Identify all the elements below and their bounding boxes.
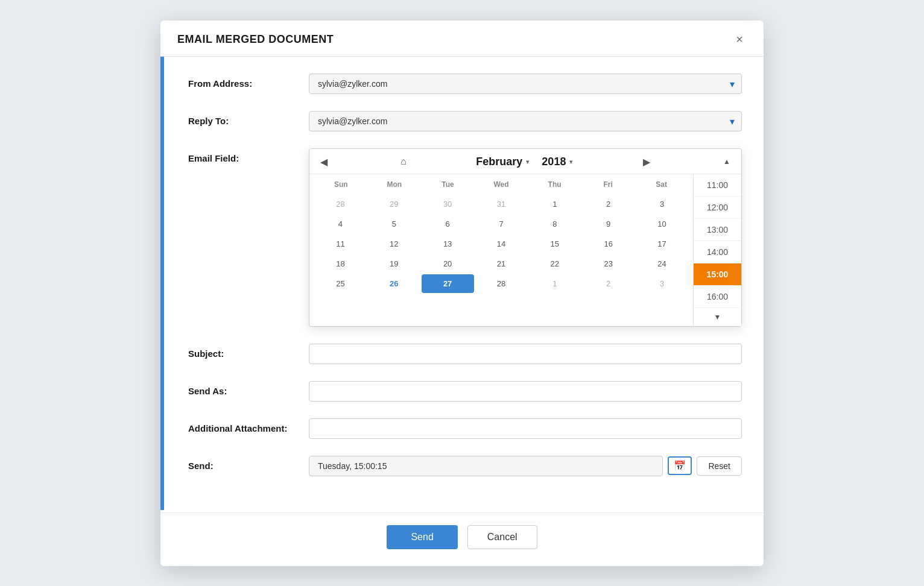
subject-control (309, 344, 742, 364)
calendar-body: Sun Mon Tue Wed Thu Fri Sat (309, 174, 741, 326)
from-address-select[interactable]: sylvia@zylker.com (309, 74, 742, 94)
calendar-day[interactable]: 31 (475, 195, 528, 213)
dialog-header: EMAIL MERGED DOCUMENT × (160, 20, 764, 57)
calendar-days-grid: 2829303112345678910111213141516171819202… (314, 195, 688, 293)
calendar-day[interactable]: 12 (368, 235, 420, 253)
dialog-title: EMAIL MERGED DOCUMENT (177, 33, 334, 46)
send-button[interactable]: Send (387, 525, 457, 549)
calendar-day[interactable]: 7 (475, 215, 528, 233)
calendar-day[interactable]: 10 (636, 215, 688, 233)
day-header-sat: Sat (634, 179, 688, 190)
calendar-day[interactable]: 18 (314, 254, 367, 273)
calendar-day[interactable]: 25 (314, 274, 367, 293)
calendar-day[interactable]: 13 (422, 235, 474, 253)
year-dropdown-arrow[interactable]: ▾ (569, 158, 573, 166)
calendar-day[interactable]: 3 (636, 274, 688, 293)
calendar-day[interactable]: 24 (636, 254, 688, 273)
time-item[interactable]: 15:00 (694, 263, 741, 286)
calendar-day[interactable]: 16 (582, 235, 634, 253)
calendar-day[interactable]: 6 (422, 215, 474, 233)
calendar-icon: 📅 (674, 460, 686, 471)
day-header-wed: Wed (475, 179, 528, 190)
reply-to-select-wrapper: sylvia@zylker.com (309, 111, 742, 131)
send-as-input[interactable] (309, 381, 742, 402)
home-icon: ⌂ (400, 156, 407, 166)
send-datetime-input[interactable] (309, 456, 663, 476)
calendar-day[interactable]: 22 (528, 254, 581, 273)
calendar-header: ◀ ⌂ February ▾ 2018 ▾ (309, 149, 741, 174)
calendar-day[interactable]: 3 (636, 195, 688, 213)
calendar-day[interactable]: 19 (368, 254, 420, 273)
day-header-fri: Fri (581, 179, 635, 190)
from-address-select-wrapper: sylvia@zylker.com (309, 74, 742, 94)
day-header-tue: Tue (421, 179, 475, 190)
additional-attachment-control (309, 418, 742, 439)
subject-label: Subject: (188, 344, 309, 359)
subject-input[interactable] (309, 344, 742, 364)
calendar-day[interactable]: 14 (475, 235, 528, 253)
calendar-day[interactable]: 2 (582, 274, 634, 293)
calendar-year: 2018 (542, 156, 566, 168)
calendar-day[interactable]: 21 (475, 254, 528, 273)
send-as-row: Send As: (188, 381, 742, 402)
dialog-footer: Send Cancel (160, 512, 764, 566)
send-field-label: Send: (188, 456, 309, 471)
from-address-row: From Address: sylvia@zylker.com (188, 74, 742, 94)
calendar-day[interactable]: 1 (528, 195, 581, 213)
calendar-day[interactable]: 11 (314, 235, 367, 253)
time-item[interactable]: 16:00 (694, 286, 741, 308)
time-item[interactable]: 11:00 (694, 174, 741, 197)
calendar-day[interactable]: 27 (422, 274, 474, 293)
time-item[interactable]: 12:00 (694, 197, 741, 219)
calendar-day[interactable]: 1 (528, 274, 581, 293)
email-field-row: Email Field: ◀ ⌂ February (188, 148, 742, 327)
calendar-day[interactable]: 15 (528, 235, 581, 253)
calendar-day[interactable]: 9 (582, 215, 634, 233)
calendar-grid: Sun Mon Tue Wed Thu Fri Sat (309, 174, 693, 326)
calendar-day[interactable]: 20 (422, 254, 474, 273)
time-item[interactable]: 14:00 (694, 241, 741, 263)
calendar-day[interactable]: 30 (422, 195, 474, 213)
day-header-mon: Mon (368, 179, 422, 190)
calendar-day[interactable]: 17 (636, 235, 688, 253)
close-button[interactable]: × (732, 31, 747, 48)
reset-button[interactable]: Reset (697, 456, 742, 476)
send-row: Send: 📅 Reset (188, 456, 742, 476)
time-list: 11:0012:0013:0014:0015:0016:00 (694, 174, 741, 308)
calendar-day[interactable]: 26 (368, 274, 420, 293)
calendar-popup: ◀ ⌂ February ▾ 2018 ▾ (309, 148, 742, 327)
send-input-row: 📅 Reset (309, 456, 742, 476)
calendar-day[interactable]: 4 (314, 215, 367, 233)
home-button[interactable]: ⌂ (397, 155, 410, 168)
reply-to-control: sylvia@zylker.com (309, 111, 742, 131)
calendar-icon-button[interactable]: 📅 (668, 456, 692, 475)
reply-to-label: Reply To: (188, 111, 309, 126)
send-as-control (309, 381, 742, 402)
calendar-day[interactable]: 5 (368, 215, 420, 233)
additional-attachment-input[interactable] (309, 418, 742, 439)
calendar-day[interactable]: 23 (582, 254, 634, 273)
time-item[interactable]: 13:00 (694, 219, 741, 241)
calendar-day[interactable]: 28 (475, 274, 528, 293)
next-month-button[interactable]: ▶ (639, 155, 654, 169)
from-address-label: From Address: (188, 74, 309, 89)
day-header-thu: Thu (528, 179, 581, 190)
month-dropdown-arrow[interactable]: ▾ (526, 158, 530, 166)
send-control: 📅 Reset (309, 456, 742, 476)
cancel-button[interactable]: Cancel (467, 525, 537, 549)
calendar-day[interactable]: 2 (582, 195, 634, 213)
form-area: From Address: sylvia@zylker.com Reply To… (164, 57, 764, 510)
time-scroll-down-button[interactable]: ▼ (694, 308, 741, 326)
calendar-day[interactable]: 8 (528, 215, 581, 233)
time-picker: 11:0012:0013:0014:0015:0016:00 ▼ (693, 174, 741, 326)
reply-to-select[interactable]: sylvia@zylker.com (309, 111, 742, 131)
time-scroll-up-button[interactable]: ▲ (720, 156, 734, 167)
prev-month-button[interactable]: ◀ (317, 155, 331, 169)
email-field-control: ◀ ⌂ February ▾ 2018 ▾ (309, 148, 742, 327)
additional-attachment-label: Additional Attachment: (188, 418, 309, 433)
additional-attachment-row: Additional Attachment: (188, 418, 742, 439)
subject-row: Subject: (188, 344, 742, 364)
calendar-day[interactable]: 28 (314, 195, 367, 213)
calendar-day[interactable]: 29 (368, 195, 420, 213)
from-address-control: sylvia@zylker.com (309, 74, 742, 94)
